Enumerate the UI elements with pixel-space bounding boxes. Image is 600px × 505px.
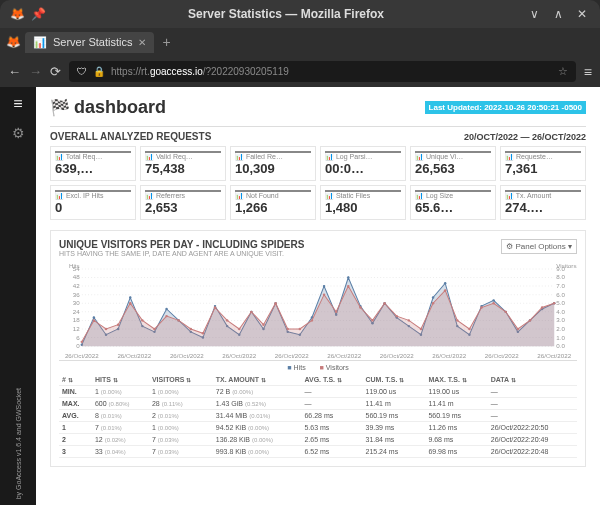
svg-point-103 (335, 311, 337, 313)
svg-point-95 (238, 328, 240, 330)
svg-point-82 (81, 341, 83, 343)
table-row: 333 (0.04%)7 (0.03%)993.8 KiB (0.00%)6.5… (59, 446, 577, 458)
svg-point-85 (117, 324, 119, 326)
tab-bar: 🦊 📊 Server Statistics ✕ + (0, 28, 600, 56)
svg-text:5.0: 5.0 (556, 300, 565, 306)
svg-text:12: 12 (73, 326, 81, 332)
panel-title: UNIQUE VISITORS PER DAY - INCLUDING SPID… (59, 239, 304, 250)
svg-text:2.0: 2.0 (556, 326, 565, 332)
stat-cards: 📊 Total Req…639,…📊 Valid Req…75,438📊 Fai… (50, 146, 586, 220)
last-updated-badge: Last Updated: 2022-10-26 20:50:21 -0500 (425, 101, 586, 114)
card-value: 0 (55, 200, 131, 215)
main-content: 🏁dashboard Last Updated: 2022-10-26 20:5… (36, 87, 600, 505)
table-header[interactable]: AVG. T.S. ⇅ (301, 374, 362, 386)
url-text: https://rt.goaccess.io/?20220930205119 (111, 66, 289, 77)
svg-text:26/Oct/2022: 26/Oct/2022 (537, 353, 571, 359)
table-header[interactable]: # ⇅ (59, 374, 92, 386)
svg-point-76 (492, 299, 494, 301)
svg-text:30: 30 (73, 300, 81, 306)
sidebar-settings-icon[interactable]: ⚙ (12, 125, 25, 141)
svg-text:26/Oct/2022: 26/Oct/2022 (117, 353, 151, 359)
svg-point-112 (444, 289, 446, 291)
svg-point-113 (456, 319, 458, 321)
svg-text:24: 24 (73, 309, 81, 315)
svg-point-106 (371, 319, 373, 321)
card-label: 📊 Referrers (145, 190, 221, 200)
svg-point-46 (129, 296, 131, 298)
svg-text:8.0: 8.0 (556, 275, 565, 281)
svg-point-86 (129, 302, 131, 304)
card-label: 📊 Unique Vi… (415, 151, 491, 161)
table-row: 17 (0.01%)1 (0.00%)94.52 KiB (0.00%)5.63… (59, 422, 577, 434)
svg-text:Hits: Hits (69, 263, 80, 269)
svg-point-94 (226, 319, 228, 321)
svg-text:26/Oct/2022: 26/Oct/2022 (380, 353, 414, 359)
menu-button[interactable]: ≡ (584, 64, 592, 80)
card-value: 2,653 (145, 200, 221, 215)
sidebar-credit: by GoAccess v1.6.4 and GWSocket (15, 382, 22, 505)
svg-point-110 (420, 328, 422, 330)
back-button[interactable]: ← (8, 64, 21, 79)
sidebar-menu-icon[interactable]: ≡ (13, 95, 22, 113)
svg-point-64 (347, 276, 349, 278)
shield-icon: 🛡 (77, 66, 87, 77)
card-label: 📊 Failed Re… (235, 151, 311, 161)
svg-point-109 (408, 319, 410, 321)
lock-icon: 🔒 (93, 66, 105, 77)
new-tab-button[interactable]: + (158, 34, 174, 50)
table-header[interactable]: DATA ⇅ (488, 374, 577, 386)
svg-point-72 (444, 282, 446, 284)
card-value: 274.… (505, 200, 581, 215)
svg-point-93 (214, 306, 216, 308)
svg-text:26/Oct/2022: 26/Oct/2022 (170, 353, 204, 359)
svg-point-98 (274, 302, 276, 304)
legend-visitors: Visitors (320, 364, 349, 371)
table-header[interactable]: VISITORS ⇅ (149, 374, 213, 386)
forward-button[interactable]: → (29, 64, 42, 79)
svg-text:26/Oct/2022: 26/Oct/2022 (222, 353, 256, 359)
overall-label: OVERALL ANALYZED REQUESTS (50, 131, 211, 142)
stat-card: 📊 Not Found1,266 (230, 185, 316, 220)
table-header[interactable]: HITS ⇅ (92, 374, 149, 386)
overall-range: 20/OCT/2022 — 26/OCT/2022 (464, 132, 586, 142)
svg-point-83 (93, 319, 95, 321)
table-header[interactable]: CUM. T.S. ⇅ (363, 374, 426, 386)
svg-text:18: 18 (73, 317, 81, 323)
stat-card: 📊 Failed Re…10,309 (230, 146, 316, 181)
card-value: 7,361 (505, 161, 581, 176)
card-label: 📊 Log Size (415, 190, 491, 200)
window-title: Server Statistics — Mozilla Firefox (46, 7, 526, 21)
card-label: 📊 Excl. IP Hits (55, 190, 131, 200)
svg-point-118 (517, 328, 519, 330)
card-value: 639,… (55, 161, 131, 176)
visitors-panel: UNIQUE VISITORS PER DAY - INCLUDING SPID… (50, 230, 586, 467)
panel-subtitle: HITS HAVING THE SAME IP, DATE AND AGENT … (59, 250, 304, 257)
svg-text:3.0: 3.0 (556, 317, 565, 323)
svg-text:48: 48 (73, 275, 81, 281)
svg-point-89 (165, 315, 167, 317)
minimize-button[interactable]: ∨ (526, 6, 542, 22)
stat-card: 📊 Log Parsi…00:0… (320, 146, 406, 181)
browser-tab[interactable]: 📊 Server Statistics ✕ (25, 32, 154, 53)
card-label: 📊 Requeste… (505, 151, 581, 161)
svg-point-92 (202, 332, 204, 334)
svg-text:26/Oct/2022: 26/Oct/2022 (327, 353, 361, 359)
url-bar[interactable]: 🛡 🔒 https://rt.goaccess.io/?202209302051… (69, 61, 576, 82)
reload-button[interactable]: ⟳ (50, 64, 61, 79)
bookmark-icon[interactable]: ☆ (558, 65, 568, 78)
close-button[interactable]: ✕ (574, 6, 590, 22)
firefox-icon: 🦊 (10, 7, 25, 21)
table-header[interactable]: MAX. T.S. ⇅ (425, 374, 487, 386)
card-label: 📊 Total Req… (55, 151, 131, 161)
svg-text:26/Oct/2022: 26/Oct/2022 (485, 353, 519, 359)
maximize-button[interactable]: ∧ (550, 6, 566, 22)
table-header[interactable]: TX. AMOUNT ⇅ (213, 374, 302, 386)
svg-text:26/Oct/2022: 26/Oct/2022 (432, 353, 466, 359)
svg-point-43 (93, 316, 95, 318)
panel-options-button[interactable]: ⚙ Panel Options ▾ (501, 239, 577, 254)
svg-point-105 (359, 306, 361, 308)
stat-card: 📊 Referrers2,653 (140, 185, 226, 220)
tab-close-icon[interactable]: ✕ (138, 37, 146, 48)
svg-text:Visitors: Visitors (556, 263, 576, 269)
svg-point-120 (541, 306, 543, 308)
